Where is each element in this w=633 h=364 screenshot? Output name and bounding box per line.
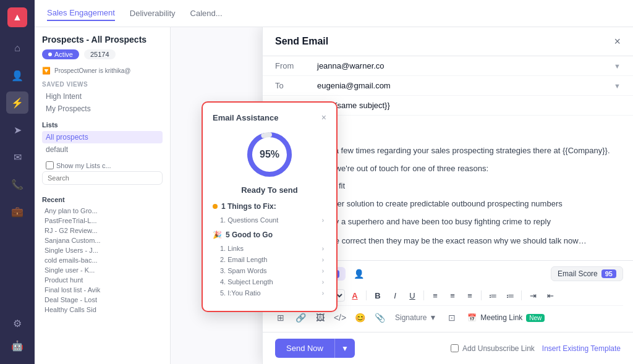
fix-dot-icon [213,204,218,209]
recent-item[interactable]: Final lost list - Avik [42,285,163,295]
nav-sales-engagement[interactable]: Sales Engagement [47,6,115,21]
recent-item[interactable]: RJ - G2 Review... [42,226,163,235]
to-dropdown-icon[interactable]: ▼ [614,82,621,90]
text-color-button[interactable]: A [347,288,362,303]
popup-title: Email Assistance [213,113,278,122]
chevron-right-icon: › [322,245,324,252]
saved-view-high-intent[interactable]: High Intent [42,90,163,103]
chevron-right-icon: › [322,290,324,297]
good-header: 🎉 5 Good to Go [213,231,326,239]
numbered-list-button[interactable]: ≔ [503,288,517,303]
align-left-button[interactable]: ≡ [428,288,443,303]
recent-item[interactable]: Deal Stage - Lost [42,295,163,305]
bot-icon[interactable]: 🤖 [6,334,28,357]
list-default[interactable]: default [42,143,163,156]
popup-close-button[interactable]: × [321,112,326,122]
top-nav: Sales Engagement Deliverability Calend..… [35,0,633,27]
phone-icon[interactable]: 📞 [6,173,28,195]
toolbar-separator [481,290,482,300]
search-input[interactable] [42,171,163,185]
unsubscribe-label[interactable]: Add Unsubscribe Link [451,344,535,353]
recent-label: Recent [42,196,163,203]
fix-section: 1 Things to Fix: 1. Questions Count › [213,202,326,226]
emoji-icon[interactable]: 😊 [352,310,368,326]
chevron-right-icon: › [322,268,324,274]
modal-title: Send Email [275,36,328,47]
send-icon[interactable]: ➤ [6,119,28,141]
show-lists-checkbox[interactable] [46,161,54,169]
signature-label: Signature [395,313,427,322]
good-item-links[interactable]: 1. Links › [213,243,326,254]
recent-item[interactable]: Any plan to Gro... [42,206,163,216]
attachment-icon[interactable]: 📎 [372,310,388,326]
briefcase-icon[interactable]: 💼 [6,200,28,222]
nav-calendar[interactable]: Calend... [190,6,223,20]
insert-template-link[interactable]: Insert Existing Template [542,344,621,353]
bullet-list-button[interactable]: ≔ [485,288,500,303]
donut-chart: 95% [245,130,294,179]
recent-item[interactable]: PastFreeTrial-L... [42,216,163,226]
indent-button[interactable]: ⇥ [525,288,540,303]
align-right-button[interactable]: ≡ [462,288,477,303]
content-area: Prospects - All Prospects Active 25174 🔽… [35,27,633,364]
recent-item[interactable]: Healthy Calls Sid [42,305,163,315]
show-my-lists[interactable]: Show my Lists c... [42,159,163,171]
underline-button[interactable]: U [405,288,420,303]
toolbar-separator [366,290,367,300]
nav-deliverability[interactable]: Deliverability [130,6,176,20]
signature-button[interactable]: Signature ▼ [391,312,440,323]
bold-button[interactable]: B [370,288,385,303]
recent-item[interactable]: Single user - K... [42,265,163,275]
italic-button[interactable]: I [388,288,402,303]
subject-value[interactable]: Re: {{same subject}} [317,101,621,110]
score-percentage: 95% [260,149,279,160]
send-dropdown-button[interactable]: ▼ [334,339,355,358]
donut-container: 95% [213,130,326,179]
saved-view-my-prospects[interactable]: My Prospects [42,103,163,115]
good-item-subject-length[interactable]: 4. Subject Length › [213,276,326,287]
from-dropdown-icon[interactable]: ▼ [614,62,621,70]
home-icon[interactable]: ⌂ [6,37,28,59]
email-score-label: Email Score [558,269,598,278]
modal-close-button[interactable]: × [614,36,621,47]
toolbar-separator [423,290,424,300]
right-area: Email Assistance × 95% [171,27,633,364]
modal-footer: Send Now ▼ Add Unsubscribe Link Insert E… [263,332,633,364]
left-panel: Prospects - All Prospects Active 25174 🔽… [35,27,171,364]
unsubscribe-checkbox[interactable] [451,344,459,352]
good-item-i-you-ratio[interactable]: 5. I:You Ratio › [213,287,326,298]
send-group: Send Now ▼ [275,339,355,358]
fix-item-questions-count[interactable]: 1. Questions Count › [213,214,326,226]
mail-icon[interactable]: ✉ [6,146,28,168]
recent-item[interactable]: Product hunt [42,275,163,285]
users-icon[interactable]: 👤 [6,64,28,87]
good-item-email-length[interactable]: 2. Email Length › [213,254,326,265]
list-all-prospects[interactable]: All prospects [42,131,163,143]
settings-icon[interactable]: ⚙ [6,312,28,334]
align-center-button[interactable]: ≡ [445,288,460,303]
recent-item[interactable]: cold emails-bac... [42,255,163,265]
signature-chevron-icon: ▼ [429,313,436,322]
panel-badges: Active 25174 [42,49,163,59]
person-icon[interactable]: 👤 [350,266,367,282]
recent-item[interactable]: Sanjana Custom... [42,235,163,245]
good-item-spam-words[interactable]: 3. Spam Words › [213,265,326,276]
chevron-right-icon: › [322,217,324,224]
chevron-right-icon: › [322,279,324,286]
to-field: To eugenia@gmail.com ▼ [263,76,633,96]
email-score-value: 95 [601,269,616,278]
meeting-link-button[interactable]: 📅 Meeting Link New [464,312,548,323]
main-area: Sales Engagement Deliverability Calend..… [35,0,633,364]
app-logo[interactable]: ▲ [7,7,27,27]
email-assistance-popup: Email Assistance × 95% [202,101,338,312]
window-icon[interactable]: ⊡ [444,310,460,326]
ready-label: Ready To send [213,185,326,195]
outdent-button[interactable]: ⇤ [543,288,558,303]
to-value: eugenia@gmail.com [317,81,604,90]
email-score-badge: Email Score 95 [551,266,623,281]
code-icon[interactable]: </> [332,310,348,326]
meeting-link-label: Meeting Link [480,313,522,322]
lightning-icon[interactable]: ⚡ [6,91,28,114]
send-now-button[interactable]: Send Now [275,339,334,358]
recent-item[interactable]: Single Users - J... [42,245,163,255]
